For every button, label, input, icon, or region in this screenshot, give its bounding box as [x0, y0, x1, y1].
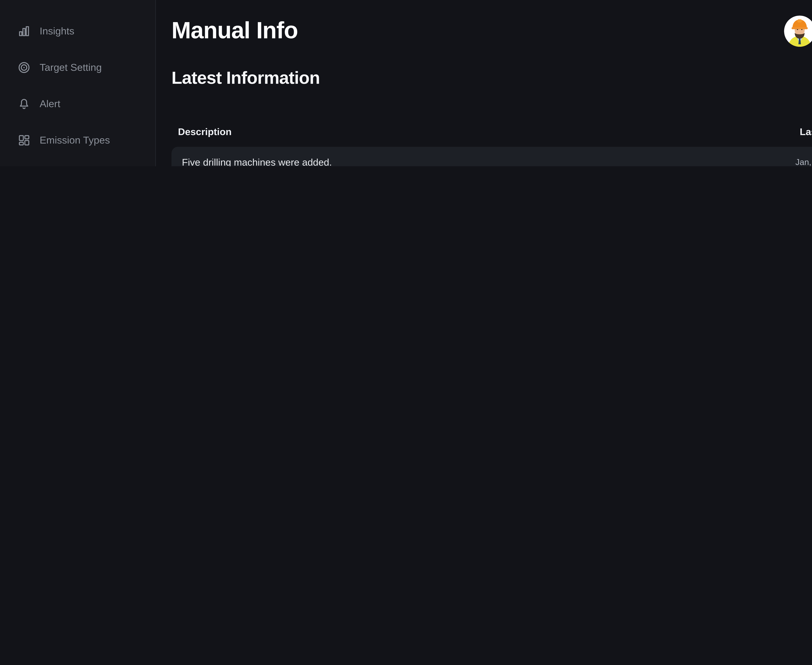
- table-row: Five drilling machines were added. Jan, …: [172, 147, 812, 166]
- sidebar-item-insights[interactable]: Insights: [0, 13, 156, 49]
- sidebar-nav: Insights Target Setting Alert Emission T…: [0, 13, 156, 166]
- sidebar-item-label: Target Setting: [39, 62, 102, 74]
- sidebar-item-label: Emission Types: [39, 134, 110, 146]
- sidebar-item-label: Alert: [39, 98, 61, 110]
- grid-dashboard-icon: [17, 133, 31, 147]
- sidebar-item-emission-types[interactable]: Emission Types: [0, 122, 156, 159]
- row-date: Jan, 2, 2024: [764, 157, 812, 166]
- sidebar-item-target-setting[interactable]: Target Setting: [0, 49, 156, 86]
- page-title: Manual Info: [172, 17, 298, 44]
- avatar: [784, 16, 812, 47]
- app-root: Insights Target Setting Alert Emission T…: [0, 0, 812, 166]
- target-icon: [17, 61, 31, 75]
- sidebar: Insights Target Setting Alert Emission T…: [0, 0, 156, 166]
- column-header-last-update: Last Update: [800, 126, 812, 137]
- user-profile-chip[interactable]: Ben Kennedy Ben.Kennedy@gmail.com: [784, 16, 812, 47]
- column-header-description: Description: [172, 126, 231, 137]
- sidebar-item-alert[interactable]: Alert: [0, 86, 156, 122]
- bar-chart-icon: [17, 24, 31, 38]
- bell-icon: [17, 97, 31, 111]
- row-description: Five drilling machines were added.: [182, 156, 764, 166]
- sidebar-item-carbon-tax[interactable]: Carbon Tax: [0, 159, 156, 166]
- sidebar-item-label: Insights: [39, 25, 74, 37]
- table-header: Description Last Update: [172, 125, 812, 138]
- main-content: Manual Info: [157, 0, 812, 166]
- section-title: Latest Information: [172, 68, 320, 88]
- info-table: Five drilling machines were added. Jan, …: [172, 147, 812, 166]
